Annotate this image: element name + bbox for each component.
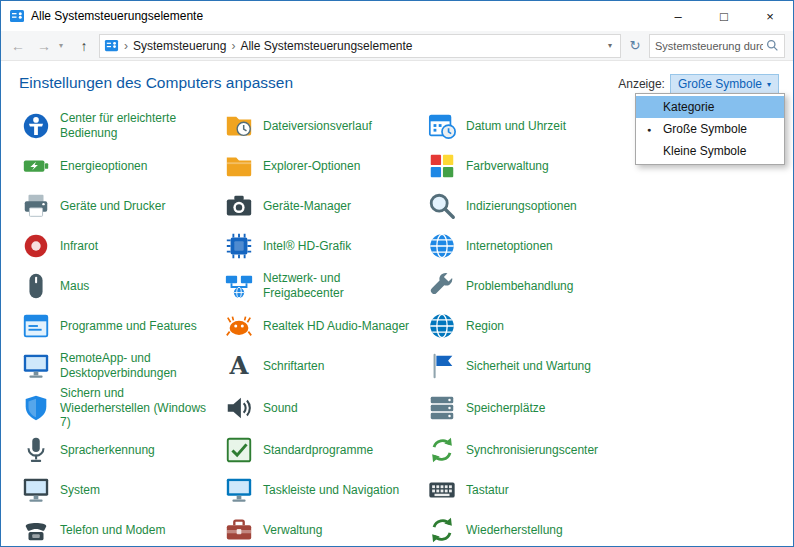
address-dropdown-caret-icon[interactable]: ▾ — [604, 41, 616, 50]
page-title: Einstellungen des Computers anpassen — [19, 74, 293, 92]
control-panel-item[interactable]: Sicherheit und Wartung — [427, 351, 637, 381]
control-panel-item-label: Schriftarten — [263, 359, 324, 374]
control-panel-item[interactable]: Geräte und Drucker — [21, 191, 224, 221]
globe-icon — [427, 311, 457, 341]
control-panel-item[interactable]: Problembehandlung — [427, 271, 637, 301]
control-panel-item[interactable]: Speicherplätze — [427, 393, 637, 423]
app-window-icon — [21, 311, 51, 341]
control-panel-item-label: Geräte und Drucker — [60, 199, 165, 214]
control-panel-item[interactable]: Netzwerk- und Freigabecenter — [224, 271, 427, 301]
refresh-button[interactable]: ↻ — [625, 38, 645, 53]
control-panel-icon — [104, 38, 119, 53]
control-panel-item-label: Wiederherstellung — [466, 523, 563, 538]
control-panel-item-label: Region — [466, 319, 504, 334]
menu-item-label: Kleine Symbole — [663, 144, 746, 158]
palette-icon — [427, 151, 457, 181]
control-panel-item[interactable]: Geräte-Manager — [224, 191, 427, 221]
menu-item-kleine-symbole[interactable]: Kleine Symbole — [636, 140, 784, 162]
view-label: Anzeige: — [618, 77, 665, 91]
view-value-box[interactable]: Große Symbole ▾ — [670, 74, 779, 94]
control-panel-item[interactable]: Infrarot — [21, 231, 224, 261]
control-panel-item[interactable]: Verwaltung — [224, 515, 427, 545]
control-panel-item-label: Netzwerk- und Freigabecenter — [263, 271, 415, 300]
up-button[interactable]: ↑ — [73, 38, 95, 54]
control-panel-item-label: System — [60, 483, 100, 498]
control-panel-item[interactable]: Sichern und Wiederherstellen (Windows 7) — [21, 386, 224, 430]
control-panel-item-label: Energieoptionen — [60, 159, 147, 174]
control-panel-item-label: Explorer-Optionen — [263, 159, 360, 174]
control-panel-icon — [9, 8, 25, 24]
control-panel-item[interactable]: Telefon und Modem — [21, 515, 224, 545]
forward-button[interactable]: → — [33, 38, 55, 54]
control-panel-item[interactable]: Standardprogramme — [224, 435, 427, 465]
breadcrumb-chevron-icon[interactable]: › — [124, 39, 128, 53]
battery-icon — [21, 151, 51, 181]
control-panel-item[interactable]: Explorer-Optionen — [224, 151, 427, 181]
control-panel-item-label: Sichern und Wiederherstellen (Windows 7) — [60, 386, 212, 430]
control-panel-item-label: Standardprogramme — [263, 443, 373, 458]
control-panel-item-label: RemoteApp- und Desktopverbindungen — [60, 351, 212, 380]
control-panel-item-label: Datum und Uhrzeit — [466, 119, 566, 134]
monitor-icon — [21, 351, 51, 381]
view-dropdown-menu: Kategorie ● Große Symbole Kleine Symbole — [635, 93, 785, 165]
breadcrumb-systemsteuerung[interactable]: Systemsteuerung — [133, 39, 226, 53]
back-button[interactable]: ← — [7, 38, 29, 54]
control-panel-window: Alle Systemsteuerungselemente – □ × ← → … — [0, 0, 794, 547]
control-panel-item[interactable]: Dateiversionsverlauf — [224, 111, 427, 141]
camera-icon — [224, 191, 254, 221]
control-panel-item-label: Telefon und Modem — [60, 523, 165, 538]
control-panel-item[interactable]: Internetoptionen — [427, 231, 637, 261]
control-panel-item[interactable]: Programme und Features — [21, 311, 224, 341]
control-panel-item[interactable]: System — [21, 475, 224, 505]
control-panel-item[interactable]: Wiederherstellung — [427, 515, 637, 545]
control-panel-item[interactable]: Energieoptionen — [21, 151, 224, 181]
control-panel-item[interactable]: Center für erleichterte Bedienung — [21, 111, 224, 141]
breadcrumb-chevron-icon[interactable]: › — [231, 39, 235, 53]
control-panel-item[interactable]: Synchronisierungscenter — [427, 435, 637, 465]
view-selector[interactable]: Anzeige: Große Symbole ▾ — [618, 74, 779, 94]
control-panel-item[interactable]: Datum und Uhrzeit — [427, 111, 637, 141]
control-panel-item-label: Dateiversionsverlauf — [263, 119, 372, 134]
search-input[interactable] — [655, 40, 763, 52]
control-panel-item[interactable]: Indizierungsoptionen — [427, 191, 637, 221]
control-panel-item-label: Infrarot — [60, 239, 98, 254]
control-panel-item[interactable]: Maus — [21, 271, 224, 301]
control-panel-item[interactable]: RemoteApp- und Desktopverbindungen — [21, 351, 224, 381]
breadcrumb-alle-systemsteuerungselemente[interactable]: Alle Systemsteuerungselemente — [240, 39, 412, 53]
control-panel-item-label: Sound — [263, 401, 298, 416]
toolbox-icon — [224, 515, 254, 545]
search-box — [649, 34, 785, 58]
control-panel-item-label: Geräte-Manager — [263, 199, 351, 214]
breadcrumb: › Systemsteuerung › Alle Systemsteuerung… — [99, 34, 621, 58]
search-icon[interactable] — [766, 39, 779, 52]
control-panel-item[interactable]: Region — [427, 311, 637, 341]
close-button[interactable]: × — [747, 1, 793, 31]
control-panel-item-label: Problembehandlung — [466, 279, 573, 294]
control-panel-item[interactable]: Sound — [224, 393, 427, 423]
minimize-button[interactable]: – — [655, 1, 701, 31]
control-panel-item[interactable]: Spracherkennung — [21, 435, 224, 465]
magnifier-icon — [427, 191, 457, 221]
control-panel-item-label: Internetoptionen — [466, 239, 553, 254]
flag-icon — [427, 351, 457, 381]
control-panel-item[interactable]: Schriftarten — [224, 351, 427, 381]
drives-icon — [427, 393, 457, 423]
control-panel-item-label: Spracherkennung — [60, 443, 155, 458]
menu-item-grosse-symbole[interactable]: ● Große Symbole — [636, 118, 784, 140]
control-panel-item[interactable]: Farbverwaltung — [427, 151, 637, 181]
menu-item-kategorie[interactable]: Kategorie — [636, 96, 784, 118]
control-panel-item[interactable]: Intel® HD-Grafik — [224, 231, 427, 261]
control-panel-item[interactable]: Realtek HD Audio-Manager — [224, 311, 427, 341]
phone-icon — [21, 515, 51, 545]
control-panel-item-label: Center für erleichterte Bedienung — [60, 111, 212, 140]
calendar-clock-icon — [427, 111, 457, 141]
radio-bullet-icon: ● — [647, 126, 651, 133]
sync-icon — [427, 435, 457, 465]
control-panel-item[interactable]: Tastatur — [427, 475, 637, 505]
font-a-icon — [224, 351, 254, 381]
mouse-icon — [21, 271, 51, 301]
window-controls: – □ × — [655, 1, 793, 31]
recent-locations-caret-icon[interactable]: ▾ — [59, 41, 69, 50]
control-panel-item[interactable]: Taskleiste und Navigation — [224, 475, 427, 505]
maximize-button[interactable]: □ — [701, 1, 747, 31]
